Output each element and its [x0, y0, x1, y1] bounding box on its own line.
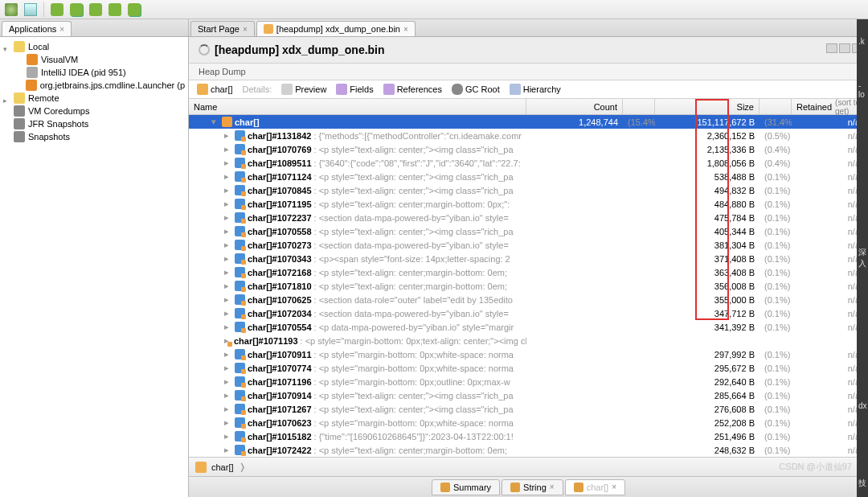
expand-icon[interactable]: ▸ — [224, 376, 232, 387]
minimize-button[interactable] — [826, 43, 837, 53]
close-icon[interactable]: × — [403, 25, 408, 34]
table-row[interactable]: ▸char[]#1070273 : <section data-mpa-powe… — [189, 238, 868, 252]
editor-tab[interactable]: Start Page× — [190, 21, 255, 36]
table-row[interactable]: ▸char[]#1072034 : <section data-mpa-powe… — [189, 306, 868, 320]
instance-name: char[]#1071810 — [248, 281, 312, 291]
table-body[interactable]: ▾char[]1,248,744(15.4%)151,117,672 B(31.… — [189, 115, 868, 457]
expand-icon[interactable]: ▸ — [224, 130, 232, 141]
snapshot-icon[interactable] — [89, 3, 102, 16]
tree-node[interactable]: Local — [0, 40, 188, 53]
editor-tab[interactable]: [heapdump] xdx_dump_one.bin× — [256, 21, 416, 36]
table-row[interactable]: ▸char[]#1070914 : <p style="text-align: … — [189, 388, 868, 402]
gcroot-button[interactable]: GC Root — [452, 84, 500, 95]
table-row[interactable]: ▸char[]#1071267 : <p style="text-align: … — [189, 402, 868, 416]
cell-size-pct: (0.1%) — [760, 404, 792, 415]
expand-icon[interactable]: ▸ — [224, 253, 232, 264]
bottom-tab[interactable]: char[]× — [565, 479, 625, 495]
maximize-button[interactable] — [839, 43, 850, 53]
main-toolbar — [0, 0, 868, 19]
expand-icon[interactable]: ▸ — [224, 212, 232, 223]
tree-node[interactable]: VisualVM — [0, 53, 188, 66]
expand-icon[interactable]: ▸ — [224, 158, 232, 168]
table-row[interactable]: ▸char[]#1070911 : <p style="margin-botto… — [189, 347, 868, 361]
close-icon[interactable]: × — [243, 25, 248, 34]
tree-node[interactable]: JFR Snapshots — [0, 117, 188, 130]
tree-node[interactable]: IntelliJ IDEA (pid 951) — [0, 66, 188, 79]
expand-icon[interactable]: ▸ — [224, 171, 232, 182]
references-button[interactable]: References — [383, 84, 442, 95]
expand-icon[interactable]: ▸ — [224, 349, 232, 359]
tree-node[interactable]: Snapshots — [0, 130, 188, 143]
expand-icon[interactable]: ▸ — [224, 281, 232, 291]
expand-icon[interactable]: ▸ — [224, 363, 232, 373]
close-icon[interactable]: × — [550, 483, 555, 491]
col-size[interactable]: Size — [655, 99, 760, 114]
table-row[interactable]: ▸char[]#1015182 : {"time":"[169061026864… — [189, 429, 868, 443]
table-row[interactable]: ▸char[]#1071196 : <p style="margin-botto… — [189, 375, 868, 388]
table-row[interactable]: ▸char[]#1070558 : <p style="text-align: … — [189, 224, 868, 238]
preview-button[interactable]: Preview — [281, 84, 326, 95]
snapshot-icon[interactable] — [128, 3, 141, 16]
expand-icon[interactable]: ▸ — [224, 417, 232, 428]
table-row[interactable]: ▾char[]1,248,744(15.4%)151,117,672 B(31.… — [189, 115, 868, 129]
table-row[interactable]: ▸char[]#1072237 : <section data-mpa-powe… — [189, 211, 868, 224]
expand-icon[interactable]: ▸ — [224, 431, 232, 442]
instance-icon — [235, 431, 245, 442]
expand-icon[interactable]: ▸ — [224, 199, 232, 209]
table-row[interactable]: ▸char[]#1071193 : <p style="margin-botto… — [189, 334, 868, 347]
table-row[interactable]: ▸char[]#1131842 : {"methods":[{"methodCo… — [189, 129, 868, 142]
table-row[interactable]: ▸char[]#1070623 : <p style="margin-botto… — [189, 416, 868, 429]
table-row[interactable]: ▸char[]#1089511 : {"3640":{"code":"08","… — [189, 156, 868, 170]
cell-size: 371,408 B — [655, 253, 760, 265]
cell-size-pct: (0.4%) — [760, 144, 792, 155]
table-row[interactable]: ▸char[]#1071195 : <p style="text-align: … — [189, 197, 868, 211]
expand-icon[interactable]: ▸ — [224, 308, 232, 318]
snapshot-icon[interactable] — [51, 3, 63, 16]
tree-node[interactable]: org.jetbrains.jps.cmdline.Launcher (p — [0, 79, 188, 92]
table-row[interactable]: ▸char[]#1070774 : <p style="margin-botto… — [189, 361, 868, 375]
tree-node[interactable]: VM Coredumps — [0, 105, 188, 117]
tab-applications[interactable]: Applications × — [2, 21, 72, 36]
open-file-icon[interactable] — [24, 3, 37, 16]
col-count[interactable]: Count — [526, 99, 623, 114]
instance-icon — [222, 117, 232, 127]
bottom-tab[interactable]: Summary — [432, 479, 500, 495]
expand-icon[interactable]: ▸ — [224, 322, 232, 332]
expand-icon[interactable]: ▸ — [224, 226, 232, 236]
table-row[interactable]: ▸char[]#1070769 : <p style="text-align: … — [189, 142, 868, 156]
expand-icon[interactable]: ▸ — [224, 240, 232, 250]
table-row[interactable]: ▸char[]#1072422 : <p style="text-align: … — [189, 443, 868, 457]
table-row[interactable]: ▸char[]#1071810 : <p style="text-align: … — [189, 279, 868, 293]
table-row[interactable]: ▸char[]#1072168 : <p style="text-align: … — [189, 265, 868, 279]
table-row[interactable]: ▸char[]#1070343 : <p><span style="font-s… — [189, 252, 868, 265]
applications-tree[interactable]: LocalVisualVMIntelliJ IDEA (pid 951)org.… — [0, 37, 188, 497]
expand-icon[interactable]: ▸ — [224, 267, 232, 277]
table-row[interactable]: ▸char[]#1071124 : <p style="text-align: … — [189, 170, 868, 183]
col-name[interactable]: Name — [189, 99, 526, 114]
tree-node[interactable]: Remote — [0, 92, 188, 105]
expand-icon[interactable]: ▾ — [211, 117, 219, 127]
expand-icon[interactable]: ▸ — [224, 144, 232, 154]
class-link[interactable]: char[] — [197, 84, 233, 95]
close-icon[interactable]: × — [59, 25, 64, 34]
instance-name: char[]#1070554 — [248, 322, 312, 332]
snapshot-icon[interactable] — [70, 3, 83, 16]
col-size-pct — [760, 99, 792, 114]
fields-button[interactable]: Fields — [336, 84, 373, 95]
datasource-icon[interactable] — [5, 3, 18, 16]
expand-icon[interactable]: ▸ — [224, 390, 232, 400]
expand-icon[interactable]: ▸ — [224, 445, 232, 455]
close-icon[interactable]: × — [612, 483, 616, 491]
table-row[interactable]: ▸char[]#1070625 : <section data-role="ou… — [189, 293, 868, 306]
expand-icon[interactable]: ▸ — [224, 404, 232, 414]
expand-icon[interactable]: ▸ — [224, 294, 232, 305]
expand-icon[interactable]: ▸ — [224, 185, 232, 195]
table-row[interactable]: ▸char[]#1070554 : <p data-mpa-powered-by… — [189, 320, 868, 334]
cell-size: 484,880 B — [655, 199, 760, 210]
hierarchy-button[interactable]: Hierarchy — [510, 84, 561, 95]
breadcrumb-item[interactable]: char[] — [211, 462, 234, 472]
bottom-tab[interactable]: String× — [502, 479, 563, 495]
snapshot-icon[interactable] — [108, 3, 121, 16]
table-row[interactable]: ▸char[]#1070845 : <p style="text-align: … — [189, 183, 868, 197]
cell-count — [526, 135, 623, 137]
